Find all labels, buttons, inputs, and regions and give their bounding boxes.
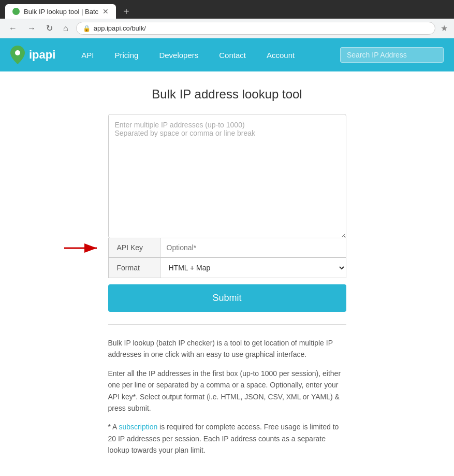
lock-icon: 🔒	[83, 25, 91, 32]
desc-para-3-prefix: * A	[108, 423, 119, 431]
arrow-annotation	[62, 240, 103, 256]
tab-favicon	[12, 8, 20, 15]
new-tab-button[interactable]: +	[120, 6, 133, 18]
browser-chrome: Bulk IP lookup tool | Batc ✕ +	[0, 0, 454, 19]
api-key-label: API Key	[109, 238, 160, 257]
desc-para-2: Enter all the IP addresses in the first …	[108, 368, 346, 414]
bookmark-button[interactable]: ★	[441, 23, 448, 33]
logo-text: ipapi	[29, 48, 55, 62]
desc-para-3: * A subscription is required for complet…	[108, 421, 346, 456]
section-divider	[108, 324, 346, 325]
nav-pricing[interactable]: Pricing	[105, 38, 149, 71]
browser-tab[interactable]: Bulk IP lookup tool | Batc ✕	[5, 4, 116, 19]
page-title: Bulk IP address lookup tool	[10, 87, 444, 102]
format-select[interactable]: HTML + Map JSON CSV XML YAML	[160, 258, 346, 278]
home-button[interactable]: ⌂	[61, 23, 71, 34]
back-button[interactable]: ←	[6, 23, 20, 34]
svg-point-0	[15, 50, 20, 55]
format-row: Format HTML + Map JSON CSV XML YAML	[108, 257, 346, 278]
nav-api[interactable]: API	[71, 38, 104, 71]
api-key-row: API Key	[108, 238, 346, 257]
logo-icon	[10, 46, 25, 64]
desc-para-1: Bulk IP lookup (batch IP checker) is a t…	[108, 337, 346, 360]
main-content: Bulk IP address lookup tool API Key Form…	[0, 71, 454, 476]
tab-title: Bulk IP lookup tool | Batc	[24, 8, 98, 16]
form-fields-container: API Key Format HTML + Map JSON CSV XML Y…	[108, 238, 346, 278]
forward-button[interactable]: →	[25, 23, 38, 34]
format-label: Format	[109, 258, 160, 278]
nav-developers[interactable]: Developers	[149, 38, 209, 71]
nav-account[interactable]: Account	[256, 38, 305, 71]
subscription-link[interactable]: subscription	[119, 423, 158, 431]
address-bar-row: ← → ↻ ⌂ 🔒 app.ipapi.co/bulk/ ★	[0, 19, 454, 38]
ip-addresses-textarea[interactable]	[108, 114, 346, 238]
site-header: ipapi API Pricing Developers Contact Acc…	[0, 38, 454, 71]
tab-close-button[interactable]: ✕	[102, 7, 109, 16]
url-text: app.ipapi.co/bulk/	[94, 24, 146, 32]
submit-button[interactable]: Submit	[108, 284, 346, 312]
address-bar[interactable]: 🔒 app.ipapi.co/bulk/	[76, 22, 435, 35]
description-section: Bulk IP lookup (batch IP checker) is a t…	[108, 337, 346, 456]
logo-area: ipapi	[10, 46, 55, 64]
api-key-input[interactable]	[160, 238, 346, 257]
nav-links: API Pricing Developers Contact Account	[71, 38, 340, 71]
search-ip-input[interactable]	[340, 47, 444, 63]
nav-contact[interactable]: Contact	[209, 38, 256, 71]
reload-button[interactable]: ↻	[43, 22, 55, 34]
